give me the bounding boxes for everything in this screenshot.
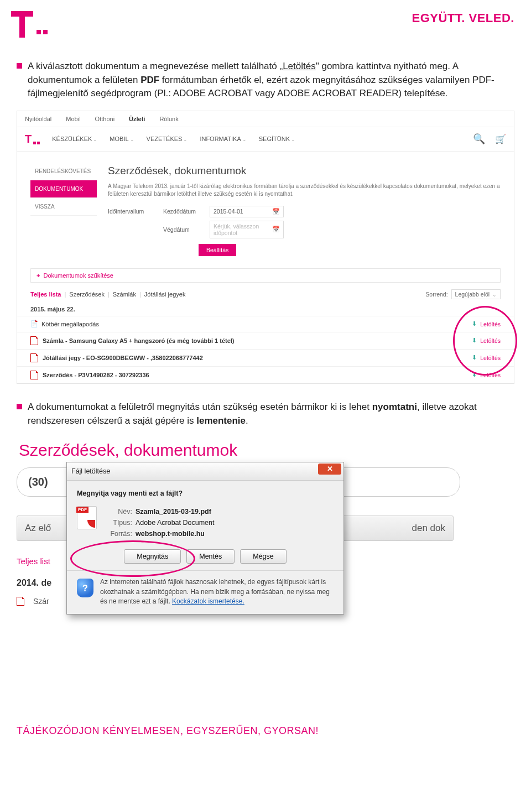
plus-icon: + — [37, 272, 40, 279]
sidebar-item-documents[interactable]: DOKUMENTUMOK — [30, 180, 97, 198]
sidebar-item-back[interactable]: VISSZA — [30, 198, 97, 216]
download-link[interactable]: ⬇Letöltés — [472, 354, 501, 361]
topnav-item[interactable]: Üzleti — [129, 116, 145, 122]
screenshot-download-dialog: Szerződések, dokumentumok (30) Az elő de… — [17, 438, 514, 703]
open-button[interactable]: Megnyitás — [124, 549, 181, 564]
download-dialog: Fájl letöltése ✕ Megnyitja vagy menti ez… — [66, 462, 344, 615]
paragraph-1: A kiválasztott dokumentum a megnevezése … — [28, 60, 514, 101]
download-icon: ⬇ — [472, 354, 477, 361]
telekom-logo — [11, 11, 48, 38]
pdf-icon — [30, 371, 38, 379]
tab-contracts[interactable]: Szerződések — [69, 291, 105, 298]
dialog-buttons: Megnyitás Mentés Mégse — [77, 549, 334, 564]
shield-icon — [77, 579, 93, 597]
mini-logo: T — [25, 133, 40, 145]
tab-full-list[interactable]: Teljes lista — [30, 291, 61, 298]
download-link[interactable]: ⬇Letöltés — [472, 337, 501, 344]
risk-link[interactable]: Kockázatok ismertetése. — [172, 597, 244, 605]
paragraph-2: A dokumentumokat a felületről megnyitás … — [28, 400, 514, 428]
save-button[interactable]: Mentés — [186, 549, 235, 564]
pdf-icon — [17, 597, 24, 606]
doc-row: Jótállási jegy - EO-SG900DBEGWW - ,35802… — [17, 349, 514, 366]
download-link[interactable]: ⬇Letöltés — [472, 371, 501, 378]
screenshot-webshop: Nyitóoldal Mobil Otthoni Üzleti Rólunk T… — [17, 111, 514, 384]
end-date-input[interactable]: Kérjük, válasszon időpontot📅 — [210, 221, 284, 238]
sort-label: Sorrend: — [425, 291, 447, 298]
nav-item[interactable]: SEGÍTÜNK⌄ — [259, 136, 295, 142]
page-description: A Magyar Telekom 2013. január 1-től kizá… — [108, 183, 501, 198]
nav-item[interactable]: MOBIL⌄ — [110, 136, 134, 142]
bullet-icon — [17, 404, 22, 409]
download-icon: ⬇ — [472, 337, 477, 344]
close-icon[interactable]: ✕ — [318, 464, 341, 475]
footer-text: TÁJÉKOZÓDJON KÉNYELMESEN, EGYSZERŰEN, GY… — [0, 725, 531, 747]
warning-text: Az interneten található fájlok hasznosak… — [100, 577, 334, 606]
dialog-title: Fájl letöltése — [71, 467, 316, 475]
calendar-icon[interactable]: 📅 — [272, 208, 280, 215]
interval-label: Időintervallum — [108, 208, 152, 215]
pdf-file-icon — [77, 506, 97, 529]
nav-item[interactable]: VEZETÉKES⌄ — [147, 136, 188, 142]
download-icon: ⬇ — [472, 371, 477, 378]
doc-row: Számla - Samsung Galaxy A5 + hangszoró (… — [17, 332, 514, 349]
search-icon[interactable]: 🔍 — [473, 133, 485, 145]
nav-item[interactable]: KÉSZÜLÉKEK⌄ — [52, 136, 97, 142]
svg-rect-1 — [19, 11, 25, 38]
filter-bar[interactable]: + Dokumentumok szűkítése — [30, 268, 501, 283]
download-link[interactable]: ⬇Letöltés — [472, 320, 501, 327]
pdf-icon — [30, 353, 38, 362]
slogan: EGYÜTT. VELED. — [412, 11, 514, 25]
bullet-icon — [17, 63, 22, 69]
cancel-button[interactable]: Mégse — [240, 549, 287, 564]
calendar-icon[interactable]: 📅 — [272, 226, 280, 233]
doc-icon: 📄 — [30, 320, 37, 328]
download-icon: ⬇ — [472, 320, 477, 327]
nav-item[interactable]: INFORMATIKA⌄ — [200, 136, 246, 142]
page-title: Szerződések, dokumentumok — [108, 165, 501, 177]
topnav-item[interactable]: Nyitóoldal — [25, 116, 51, 122]
date-header: 2015. május 22. — [17, 303, 514, 316]
topnav-item[interactable]: Mobil — [66, 116, 80, 122]
cart-icon[interactable]: 🛒 — [495, 134, 506, 144]
tab-invoices[interactable]: Számlák — [113, 291, 136, 298]
sidebar-item-tracking[interactable]: RENDELÉSKÖVETÉS — [30, 163, 97, 180]
doc-row: Szerződés - P3V1490282 - 307292336 ⬇Letö… — [17, 366, 514, 383]
topnav-item[interactable]: Otthoni — [95, 116, 114, 122]
start-date-input[interactable]: 2015-04-01📅 — [210, 206, 284, 217]
pdf-icon — [30, 336, 38, 345]
dialog-question: Megnyitja vagy menti ezt a fájlt? — [77, 490, 334, 497]
start-date-label: Kezdődátum — [163, 208, 199, 215]
tab-warranty[interactable]: Jótállási jegyek — [144, 291, 186, 298]
end-date-label: Végdátum — [163, 226, 199, 233]
sort-select[interactable]: Legújabb elöl ⌄ — [451, 289, 501, 299]
doc-row: 📄 Kötbér megállapodás ⬇Letöltés — [17, 316, 514, 332]
file-metadata: Név:Szamla_2015-03-19.pdf Típus:Adobe Ac… — [105, 506, 214, 539]
set-button[interactable]: Beállítás — [199, 244, 236, 256]
topnav-item[interactable]: Rólunk — [159, 116, 178, 122]
